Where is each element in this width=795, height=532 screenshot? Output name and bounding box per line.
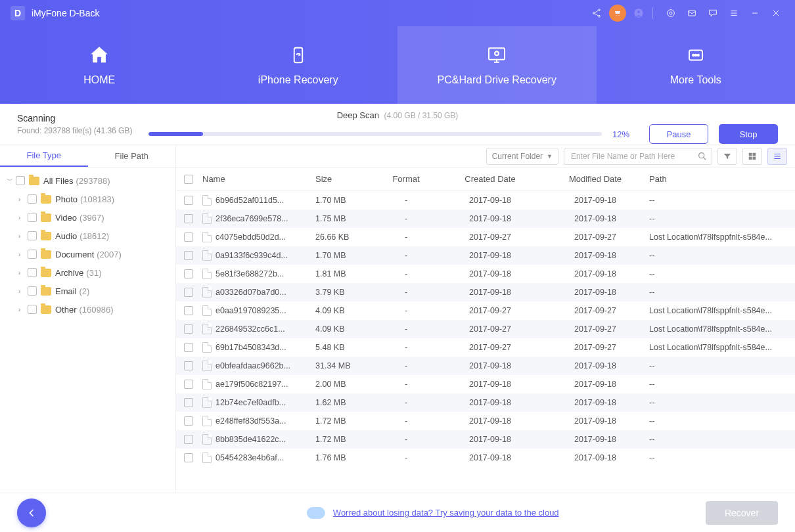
search-icon[interactable]	[697, 151, 708, 162]
cell-name: e0aa9197089235...	[216, 306, 286, 315]
checkbox[interactable]	[184, 416, 193, 426]
th-name[interactable]: Name	[202, 174, 315, 184]
feedback-icon[interactable]	[704, 5, 721, 22]
nav-pc-label: PC&Hard Drive Recovery	[438, 74, 556, 86]
checkbox[interactable]	[28, 250, 37, 259]
checkbox[interactable]	[184, 324, 193, 334]
progress-bar	[148, 132, 602, 136]
checkbox[interactable]	[16, 176, 25, 185]
tree-root[interactable]: ﹀ All Files (293788)	[0, 171, 175, 190]
minimize-icon[interactable]	[746, 5, 763, 22]
cell-created: 2017-09-27	[439, 343, 541, 352]
list-view-icon[interactable]	[767, 148, 787, 165]
table-row[interactable]: a03326d07ba7d0...3.79 KB-2017-09-182017-…	[176, 283, 795, 301]
tree-item[interactable]: ›Other (160986)	[0, 300, 175, 319]
cloud-save-link[interactable]: Worred about losing data? Try saving you…	[333, 508, 559, 518]
file-icon	[202, 453, 212, 463]
checkbox[interactable]	[184, 196, 193, 205]
table-row[interactable]: 226849532cc6c1...4.09 KB-2017-09-272017-…	[176, 320, 795, 338]
table-row[interactable]: 69b17b4508343d...5.48 KB-2017-09-272017-…	[176, 338, 795, 357]
checkbox[interactable]	[184, 361, 193, 370]
tree-item[interactable]: ›Audio (18612)	[0, 227, 175, 245]
cell-format: -	[373, 233, 439, 242]
recover-button[interactable]: Recover	[706, 501, 778, 525]
table-row[interactable]: ae179f506c82197...2.00 MB-2017-09-182017…	[176, 375, 795, 393]
tree-item[interactable]: ›Email (2)	[0, 282, 175, 300]
search-box[interactable]	[564, 148, 712, 165]
tree-item[interactable]: ›Document (2007)	[0, 245, 175, 263]
checkbox[interactable]	[184, 269, 193, 278]
folder-dropdown[interactable]: Current Folder ▼	[486, 148, 558, 165]
checkbox[interactable]	[184, 251, 193, 260]
checkbox[interactable]	[28, 286, 37, 296]
mail-icon[interactable]	[683, 5, 700, 22]
file-icon	[202, 342, 212, 353]
close-icon[interactable]	[767, 5, 784, 22]
nav-more[interactable]: More Tools	[597, 26, 796, 104]
th-format[interactable]: Format	[373, 174, 439, 184]
checkbox[interactable]	[184, 288, 193, 297]
tree-item-label: Email	[55, 286, 77, 296]
checkbox[interactable]	[28, 231, 37, 240]
checkbox[interactable]	[184, 214, 193, 223]
user-icon[interactable]	[630, 5, 647, 22]
filter-icon[interactable]	[717, 148, 737, 165]
pause-button[interactable]: Pause	[649, 124, 708, 144]
checkbox[interactable]	[184, 453, 193, 462]
tree-item[interactable]: ›Archive (31)	[0, 263, 175, 282]
checkbox[interactable]	[184, 233, 193, 242]
grid-view-icon[interactable]	[742, 148, 762, 165]
table-row[interactable]: e248ffef83df553a...1.72 MB-2017-09-18201…	[176, 412, 795, 430]
nav-iphone[interactable]: iPhone Recovery	[199, 26, 398, 104]
table-row[interactable]: 2f36eca7699e578...1.75 MB-2017-09-182017…	[176, 210, 795, 228]
table-row[interactable]: e0bfeafdaac9662b...31.34 MB-2017-09-1820…	[176, 357, 795, 375]
table-row[interactable]: 8bb835de41622c...1.72 MB-2017-09-182017-…	[176, 430, 795, 449]
cell-modified: 2017-09-18	[541, 196, 649, 205]
table-row[interactable]: 6b96d52af011d5...1.70 MB-2017-09-182017-…	[176, 191, 795, 210]
table-row[interactable]: 0a9133f6c939c4d...1.70 MB-2017-09-182017…	[176, 246, 795, 265]
tree-item[interactable]: ›Photo (108183)	[0, 190, 175, 208]
checkbox[interactable]	[28, 213, 37, 222]
sidebar: File Type File Path ﹀ All Files (293788)…	[0, 145, 176, 493]
cart-icon[interactable]	[609, 5, 626, 22]
table-row[interactable]: 05454283e4b6af...1.76 MB-2017-09-182017-…	[176, 449, 795, 467]
file-icon	[202, 434, 212, 445]
checkbox-all[interactable]	[184, 175, 193, 184]
monitor-recovery-icon	[486, 44, 508, 66]
th-created[interactable]: Created Date	[439, 174, 541, 184]
menu-icon[interactable]	[725, 5, 742, 22]
checkbox[interactable]	[184, 306, 193, 315]
tree-item[interactable]: ›Video (3967)	[0, 208, 175, 227]
stop-button[interactable]: Stop	[719, 124, 778, 144]
checkbox[interactable]	[184, 380, 193, 389]
nav-pc[interactable]: PC&Hard Drive Recovery	[398, 26, 597, 104]
cell-size: 1.81 MB	[315, 269, 373, 278]
th-path[interactable]: Path	[649, 174, 795, 184]
cell-created: 2017-09-18	[439, 453, 541, 462]
table-row[interactable]: e0aa9197089235...4.09 KB-2017-09-272017-…	[176, 301, 795, 320]
tab-file-path[interactable]: File Path	[88, 145, 176, 167]
cell-format: -	[373, 343, 439, 352]
checkbox[interactable]	[28, 305, 37, 314]
nav-home[interactable]: HOME	[0, 26, 199, 104]
checkbox[interactable]	[28, 268, 37, 277]
checkbox[interactable]	[184, 343, 193, 352]
th-size[interactable]: Size	[315, 174, 373, 184]
table-row[interactable]: 5e81f3e688272b...1.81 MB-2017-09-182017-…	[176, 265, 795, 283]
cell-path: Lost Location\f78lfsppfnlt-s584e...	[649, 324, 795, 334]
folder-dropdown-label: Current Folder	[492, 152, 543, 161]
checkbox[interactable]	[28, 194, 37, 204]
tab-file-type[interactable]: File Type	[0, 145, 88, 167]
checkbox[interactable]	[184, 435, 193, 444]
search-input[interactable]	[571, 152, 697, 161]
th-modified[interactable]: Modified Date	[541, 174, 649, 184]
cell-path: --	[649, 196, 795, 205]
checkbox[interactable]	[184, 398, 193, 407]
file-icon	[202, 287, 212, 298]
table-row[interactable]: c4075ebdd50d2d...26.66 KB-2017-09-272017…	[176, 228, 795, 246]
toolbar: Current Folder ▼	[176, 145, 795, 167]
target-icon[interactable]	[662, 5, 679, 22]
table-row[interactable]: 12b74ec7ef0adfb...1.62 MB-2017-09-182017…	[176, 393, 795, 412]
share-icon[interactable]	[588, 5, 605, 22]
back-button[interactable]	[17, 499, 46, 527]
